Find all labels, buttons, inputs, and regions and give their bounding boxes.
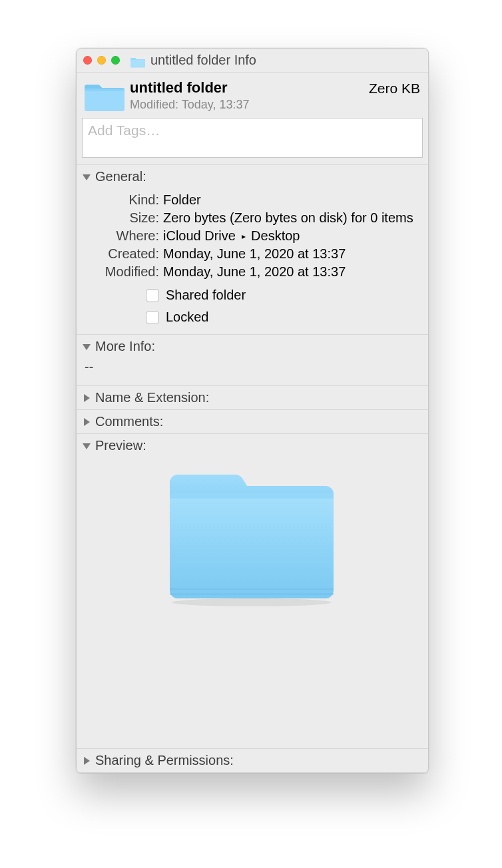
disclosure-triangle-icon [83,173,91,181]
svg-rect-5 [170,588,334,590]
item-size: Zero KB [369,79,420,97]
info-header: untitled folder Modified: Today, 13:37 Z… [77,73,428,118]
section-comments: Comments: [77,409,428,433]
where-part-1: iCloud Drive [163,228,236,243]
modified-label: Modified: [77,263,163,281]
svg-rect-2 [85,89,125,91]
section-comments-title: Comments: [95,414,163,429]
section-preview-header[interactable]: Preview: [77,434,428,457]
section-general-title: General: [95,169,146,184]
more-info-value: -- [85,359,93,374]
disclosure-triangle-icon [83,757,91,765]
disclosure-triangle-icon [83,343,91,351]
section-comments-header[interactable]: Comments: [77,410,428,433]
section-preview: Preview: [77,433,428,616]
zoom-window-button[interactable] [111,56,120,65]
section-sharing-permissions-header[interactable]: Sharing & Permissions: [77,749,428,772]
shared-folder-label: Shared folder [166,288,246,303]
item-name: untitled folder [130,79,369,97]
section-general: General: Kind: Folder Size: Zero bytes (… [77,164,428,334]
created-label: Created: [77,245,163,263]
modified-value: Today, 13:37 [182,98,250,111]
size-value: Zero bytes (Zero bytes on disk) for 0 it… [163,209,428,227]
shared-folder-row: Shared folder [77,288,428,303]
folder-preview-icon [166,461,339,609]
item-modified: Modified: Today, 13:37 [130,98,369,112]
where-label: Where: [77,227,163,245]
svg-rect-6 [170,593,334,595]
window-title: untitled folder Info [150,53,256,68]
locked-row: Locked [77,310,428,325]
section-sharing-permissions: Sharing & Permissions: [77,748,428,773]
folder-icon[interactable] [85,79,125,112]
tags-placeholder: Add Tags… [88,122,160,138]
size-label: Size: [77,209,163,227]
where-value: iCloud Drive ▸ Desktop [163,227,428,245]
disclosure-triangle-icon [83,394,91,402]
shared-folder-checkbox[interactable] [146,289,159,302]
created-value: Monday, June 1, 2020 at 13:37 [163,245,428,263]
kind-label: Kind: [77,191,163,209]
section-general-header[interactable]: General: [77,165,428,188]
section-name-extension: Name & Extension: [77,385,428,409]
svg-rect-4 [170,493,334,499]
section-name-extension-title: Name & Extension: [95,390,209,405]
locked-label: Locked [166,310,209,325]
disclosure-triangle-icon [83,418,91,426]
tags-input[interactable]: Add Tags… [82,118,423,158]
titlebar[interactable]: untitled folder Info [77,49,428,73]
minimize-window-button[interactable] [97,56,106,65]
where-part-2: Desktop [251,228,300,243]
chevron-right-icon: ▸ [242,231,246,242]
section-more-info-header[interactable]: More Info: [77,335,428,358]
section-more-info-title: More Info: [95,339,155,354]
svg-rect-0 [130,59,145,67]
info-window: untitled folder Info untitled folder Mod… [76,48,429,773]
locked-checkbox[interactable] [146,311,159,324]
close-window-button[interactable] [83,56,92,65]
svg-point-7 [172,598,332,606]
disclosure-triangle-icon [83,442,91,450]
traffic-lights [83,56,120,65]
section-sharing-permissions-title: Sharing & Permissions: [95,753,234,768]
section-more-info: More Info: -- [77,334,428,385]
modified-value: Monday, June 1, 2020 at 13:37 [163,263,428,281]
folder-icon [130,55,145,67]
svg-rect-1 [85,89,125,111]
kind-value: Folder [163,191,428,209]
svg-rect-3 [170,493,334,598]
modified-label: Modified: [130,98,178,111]
section-preview-title: Preview: [95,438,146,453]
section-name-extension-header[interactable]: Name & Extension: [77,386,428,409]
